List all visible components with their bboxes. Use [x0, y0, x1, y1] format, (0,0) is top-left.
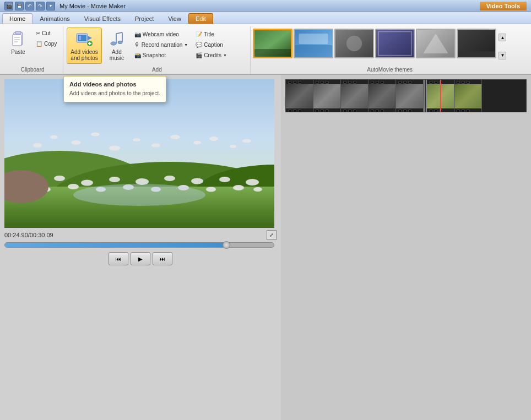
svg-point-63: [206, 187, 216, 192]
caption-label: Caption: [204, 42, 223, 48]
progress-fill: [5, 243, 225, 247]
app-icon: 🎬: [4, 2, 13, 10]
film-frame-1: [286, 80, 313, 112]
tab-animations[interactable]: Animations: [32, 13, 77, 24]
clipboard-group: Paste ✂ Cut 📋 Copy Clipboard: [2, 26, 63, 74]
record-label: Record narration: [142, 42, 182, 48]
ribbon: Paste ✂ Cut 📋 Copy Clipboard: [0, 24, 531, 75]
svg-rect-19: [254, 49, 291, 57]
svg-point-43: [170, 135, 180, 139]
theme-thumb-1[interactable]: [253, 29, 292, 58]
title-bar: 🎬 💾 ↶ ↷ ▼ My Movie - Movie Maker Video T…: [0, 0, 531, 12]
text-small-col: 📝 Title 💬 Caption 🎬 Credits ▼: [193, 28, 230, 60]
credits-button[interactable]: 🎬 Credits ▼: [193, 51, 230, 60]
theme-thumb-2[interactable]: [294, 29, 333, 58]
theme-img-6: [458, 30, 495, 57]
rewind-icon: ⏮: [116, 256, 121, 262]
svg-point-37: [50, 135, 58, 139]
svg-rect-21: [295, 45, 332, 58]
theme-scroll-down[interactable]: ▼: [499, 52, 506, 59]
redo-icon[interactable]: ↷: [36, 2, 45, 10]
credits-icon: 🎬: [196, 52, 202, 58]
paste-icon: [9, 30, 27, 48]
add-label: Add: [67, 66, 247, 74]
forward-icon: ⏭: [160, 256, 165, 262]
theme-scroll-up[interactable]: ▲: [499, 34, 506, 41]
webcam-label: Webcam video: [143, 31, 179, 37]
svg-point-42: [151, 144, 160, 148]
title-button[interactable]: 📝 Title: [193, 30, 230, 39]
record-narration-button[interactable]: 🎙 Record narration ▼: [132, 40, 191, 50]
credits-dropdown-icon: ▼: [223, 53, 227, 57]
record-icon: 🎙: [134, 42, 140, 48]
theme-thumb-5[interactable]: [416, 29, 456, 58]
svg-rect-9: [79, 36, 81, 40]
film-frame-4: [369, 80, 396, 112]
play-button[interactable]: ▶: [131, 252, 150, 265]
tab-edit[interactable]: Edit: [188, 13, 213, 24]
theme-img-5: [417, 30, 454, 57]
progress-handle[interactable]: [223, 241, 230, 249]
svg-point-40: [109, 146, 120, 151]
cut-button[interactable]: ✂ Cut: [33, 29, 59, 38]
theme-img-1: [254, 30, 291, 57]
title-bar-icons: 🎬 💾 ↶ ↷ ▼: [4, 2, 55, 10]
record-dropdown-icon: ▼: [184, 43, 188, 47]
snapshot-icon: 📸: [134, 52, 141, 58]
webcam-icon: 📷: [134, 31, 141, 37]
svg-point-65: [253, 187, 262, 192]
film-frame-3: [341, 80, 369, 112]
snapshot-button[interactable]: 📸 Snapshot: [132, 51, 191, 60]
add-music-button[interactable]: Addmusic: [104, 28, 129, 64]
undo-icon[interactable]: ↶: [25, 2, 34, 10]
main-content: 00:24.90/00:30.09 ⤢ ⏮ ▶ ⏭: [0, 75, 531, 420]
theme-thumb-3[interactable]: [334, 29, 374, 58]
svg-point-64: [233, 185, 244, 190]
theme-thumb-4[interactable]: [375, 29, 415, 58]
svg-point-51: [109, 177, 120, 182]
paste-button[interactable]: Paste: [6, 28, 31, 58]
title-icon: 📝: [196, 31, 202, 37]
webcam-button[interactable]: 📷 Webcam video: [132, 30, 191, 39]
svg-point-41: [133, 138, 140, 141]
svg-point-47: [242, 139, 251, 143]
caption-button[interactable]: 💬 Caption: [193, 40, 230, 50]
add-music-label: Addmusic: [110, 49, 124, 61]
progress-bar[interactable]: [4, 242, 274, 248]
dropdown-icon[interactable]: ▼: [46, 2, 55, 10]
svg-point-46: [230, 145, 236, 148]
add-videos-label: Add videosand photos: [71, 49, 98, 61]
theme-scroll-arrows: ▲ ▼: [499, 29, 506, 64]
film-frame-5: [396, 80, 424, 112]
tab-project[interactable]: Project: [128, 13, 161, 24]
forward-button[interactable]: ⏭: [153, 252, 172, 265]
add-videos-icon: [75, 30, 93, 48]
add-music-icon: [108, 30, 126, 48]
time-display: 00:24.90/00:30.09: [4, 232, 53, 238]
cut-copy-col: ✂ Cut 📋 Copy: [33, 28, 59, 48]
automovie-themes: ▲ ▼: [251, 26, 529, 67]
copy-icon: 📋: [36, 41, 42, 47]
filmstrip-segment-1: [286, 80, 482, 112]
rewind-button[interactable]: ⏮: [109, 252, 128, 265]
copy-button[interactable]: 📋 Copy: [33, 39, 59, 48]
theme-img-4: [376, 30, 414, 57]
credits-label: Credits: [204, 52, 221, 58]
svg-rect-30: [458, 51, 495, 57]
tooltip-title: Add videos and photos: [69, 81, 160, 88]
svg-point-24: [346, 36, 362, 51]
svg-point-55: [219, 177, 230, 182]
filmstrip[interactable]: [285, 79, 527, 112]
expand-button[interactable]: ⤢: [267, 230, 277, 240]
svg-point-45: [209, 137, 218, 141]
svg-point-44: [193, 141, 201, 145]
svg-rect-1: [15, 31, 21, 34]
add-group-content: Add videosand photos Addmusic: [67, 28, 247, 66]
svg-marker-7: [88, 36, 92, 40]
tab-home[interactable]: Home: [2, 13, 32, 24]
tab-visual-effects[interactable]: Visual Effects: [77, 13, 128, 24]
theme-thumb-6[interactable]: [457, 29, 496, 58]
add-videos-button[interactable]: Add videosand photos: [67, 28, 102, 64]
svg-point-53: [164, 176, 175, 181]
tab-view[interactable]: View: [161, 13, 188, 24]
